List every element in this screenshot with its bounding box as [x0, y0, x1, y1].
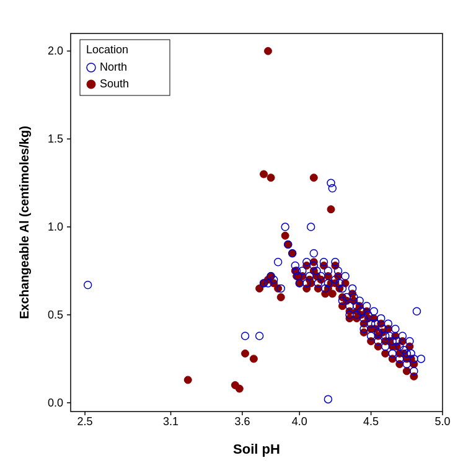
svg-point-33 [250, 355, 257, 363]
svg-text:3.1: 3.1 [163, 415, 178, 428]
svg-text:3.6: 3.6 [234, 415, 250, 428]
svg-point-29 [184, 376, 192, 384]
svg-text:1.0: 1.0 [48, 221, 63, 233]
svg-point-110 [310, 174, 317, 182]
svg-text:1.5: 1.5 [48, 133, 63, 145]
svg-point-31 [236, 385, 243, 392]
svg-point-51 [307, 280, 315, 287]
svg-text:North: North [100, 61, 127, 73]
chart-container: 2.53.13.64.04.55.00.00.51.01.52.0Soil pH… [15, 15, 461, 461]
svg-text:2.5: 2.5 [77, 415, 93, 428]
svg-point-28 [267, 174, 275, 182]
scatter-plot: 2.53.13.64.04.55.00.00.51.01.52.0Soil pH… [15, 15, 461, 461]
svg-text:Location: Location [86, 43, 128, 56]
svg-point-32 [242, 350, 249, 357]
svg-text:4.5: 4.5 [363, 415, 379, 428]
svg-text:4.0: 4.0 [292, 415, 307, 428]
svg-point-92 [382, 350, 389, 357]
svg-text:0.5: 0.5 [48, 309, 63, 321]
svg-text:Soil pH: Soil pH [233, 441, 280, 457]
svg-point-27 [260, 170, 268, 178]
svg-point-196 [87, 80, 95, 89]
svg-point-26 [264, 47, 271, 55]
svg-point-40 [277, 294, 284, 301]
svg-text:South: South [100, 77, 129, 90]
svg-point-109 [327, 206, 335, 213]
svg-text:2.0: 2.0 [48, 45, 63, 57]
svg-point-104 [403, 368, 410, 375]
svg-point-62 [328, 290, 336, 298]
svg-text:0.0: 0.0 [48, 397, 63, 409]
svg-point-41 [281, 232, 289, 239]
svg-text:Exchangeable Al (centimoles/kg: Exchangeable Al (centimoles/kg) [17, 126, 31, 319]
svg-text:5.0: 5.0 [434, 415, 450, 428]
